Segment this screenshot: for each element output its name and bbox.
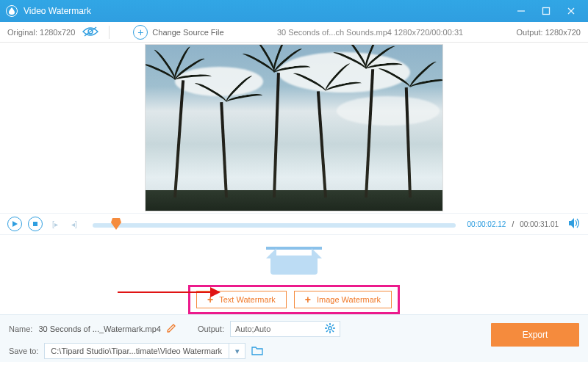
timeline-slider[interactable] — [93, 219, 456, 229]
svg-marker-6 — [12, 221, 18, 227]
svg-marker-9 — [569, 218, 574, 228]
image-watermark-button[interactable]: + Image Watermark — [294, 291, 392, 308]
transport-bar: [▸ ◂] 00:00:02.12/00:00:31.01 — [0, 213, 588, 235]
image-watermark-label: Image Watermark — [317, 295, 381, 304]
divider — [109, 26, 110, 39]
plus-icon: + — [305, 294, 311, 305]
preview-toggle-icon[interactable] — [82, 26, 98, 38]
mark-in-button[interactable]: [▸ — [49, 219, 62, 229]
watermark-drop-area: + Text Watermark + Image Watermark — [0, 235, 588, 314]
current-time-label: 00:00:02.12 — [467, 220, 506, 228]
output-label: Output: — [198, 325, 224, 333]
svg-rect-1 — [543, 8, 550, 15]
minimize-button[interactable] — [509, 0, 534, 22]
svg-rect-7 — [33, 222, 37, 226]
chevron-down-icon[interactable]: ▾ — [229, 343, 245, 359]
edit-name-icon[interactable] — [167, 324, 176, 334]
time-sep: / — [512, 220, 514, 228]
svg-line-18 — [326, 330, 328, 332]
stop-button[interactable] — [28, 217, 43, 231]
output-format-value: Auto;Auto — [235, 325, 270, 333]
total-time-label: 00:00:31.01 — [520, 220, 559, 228]
plus-circle-icon: + — [133, 25, 148, 40]
svg-line-16 — [332, 330, 334, 332]
save-to-label: Save to: — [9, 347, 38, 355]
output-format-select[interactable]: Auto;Auto — [230, 321, 340, 337]
original-resolution-label: Original: 1280x720 — [7, 28, 75, 37]
video-preview[interactable] — [145, 44, 443, 211]
name-label: Name: — [9, 325, 32, 333]
gear-icon[interactable] — [325, 323, 335, 335]
text-watermark-label: Text Watermark — [219, 295, 276, 304]
open-folder-icon[interactable] — [251, 346, 263, 357]
preview-area — [0, 43, 588, 213]
change-source-label: Change Source File — [152, 28, 223, 37]
info-toolbar: Original: 1280x720 + Change Source File … — [0, 22, 588, 43]
svg-marker-8 — [111, 218, 121, 230]
output-name-value: 30 Seconds of ..._Watermark.mp4 — [38, 325, 161, 333]
maximize-button[interactable] — [534, 0, 559, 22]
close-button[interactable] — [559, 0, 584, 22]
save-path-value: C:\Tipard Studio\Tipar...timate\Video Wa… — [45, 347, 229, 355]
change-source-button[interactable]: + Change Source File — [133, 25, 223, 40]
annotation-arrow-icon — [118, 286, 220, 298]
footer-bar: Name: 30 Seconds of ..._Watermark.mp4 Ou… — [0, 314, 588, 362]
inbox-tray-icon — [266, 242, 322, 275]
mark-out-button[interactable]: ◂] — [68, 219, 81, 229]
save-path-select[interactable]: C:\Tipard Studio\Tipar...timate\Video Wa… — [44, 343, 245, 359]
output-resolution-label: Output: 1280x720 — [517, 28, 581, 37]
export-button[interactable]: Export — [491, 323, 579, 347]
title-bar: Video Watermark — [0, 0, 588, 22]
volume-icon[interactable] — [569, 218, 581, 230]
svg-line-17 — [332, 325, 334, 326]
app-logo-icon — [6, 5, 18, 17]
playhead-icon[interactable] — [111, 218, 121, 230]
file-info-label: 30 Seconds of...ch Sounds.mp4 1280x720/0… — [224, 28, 517, 37]
svg-point-10 — [329, 327, 331, 330]
export-label: Export — [523, 330, 548, 340]
app-title: Video Watermark — [24, 6, 509, 16]
svg-line-15 — [326, 325, 328, 326]
play-button[interactable] — [7, 217, 22, 231]
